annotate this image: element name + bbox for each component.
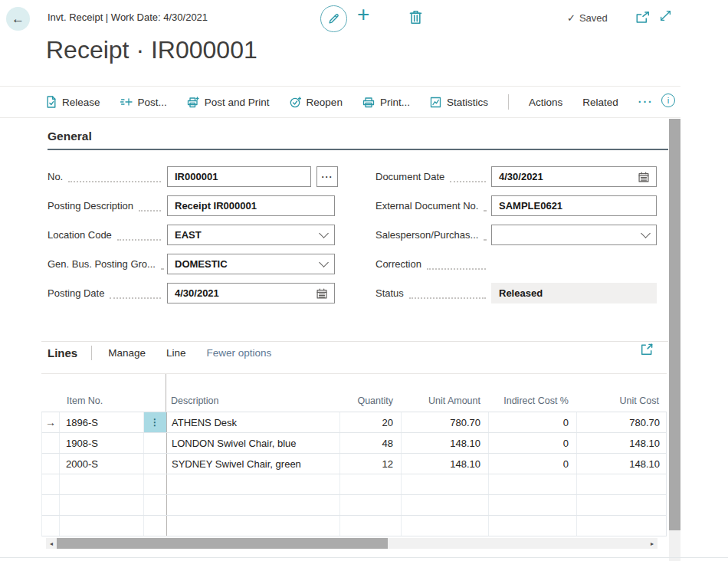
table-row-empty — [41, 474, 667, 495]
quantity-cell[interactable]: 12 — [340, 454, 402, 474]
item-no-cell[interactable] — [60, 495, 144, 515]
edit-button[interactable] — [320, 5, 347, 32]
scroll-left-arrow[interactable]: ◂ — [47, 538, 56, 549]
indirect-cost-cell[interactable]: 0 — [489, 454, 577, 474]
actions-menu[interactable]: Actions — [529, 97, 562, 108]
location-code-select[interactable]: EAST — [167, 225, 335, 245]
post-and-print-button[interactable]: Post and Print — [187, 97, 270, 108]
description-cell[interactable] — [167, 495, 340, 515]
quantity-cell[interactable] — [340, 495, 402, 515]
release-label: Release — [62, 97, 100, 108]
gen-bus-posting-group-select[interactable]: DOMESTIC — [167, 254, 335, 274]
row-menu-cell[interactable] — [144, 433, 167, 453]
manage-menu[interactable]: Manage — [108, 347, 146, 359]
delete-button[interactable] — [409, 10, 422, 27]
reopen-button[interactable]: Reopen — [290, 97, 343, 108]
item-no-cell[interactable] — [60, 474, 144, 494]
unit-cost-column-header[interactable]: Unit Cost — [576, 374, 667, 412]
description-cell[interactable]: LONDON Swivel Chair, blue — [167, 433, 340, 453]
more-options-button[interactable]: ··· — [638, 96, 654, 108]
unit-amount-cell[interactable]: 148.10 — [402, 454, 489, 474]
expand-page-button[interactable] — [659, 9, 672, 25]
scroll-right-arrow[interactable]: ▸ — [648, 538, 657, 549]
indirect-cost-cell[interactable] — [489, 495, 577, 515]
status-label: Status — [375, 283, 489, 303]
line-menu[interactable]: Line — [166, 347, 186, 359]
description-cell[interactable] — [167, 516, 340, 536]
open-in-new-window-button[interactable] — [636, 11, 650, 25]
row-menu-cell[interactable] — [144, 495, 167, 515]
unit-cost-cell[interactable] — [577, 495, 667, 515]
row-menu-button[interactable]: ⋮ — [144, 412, 167, 432]
back-button[interactable]: ← — [6, 7, 30, 31]
indirect-cost-cell[interactable]: 0 — [489, 412, 577, 432]
no-assist-edit-button[interactable]: ··· — [316, 166, 338, 187]
document-date-field[interactable]: 4/30/2021 — [491, 166, 657, 187]
unit-cost-cell[interactable] — [577, 516, 667, 536]
info-button[interactable]: i — [661, 94, 675, 107]
item-no-cell[interactable]: 1896-S — [60, 412, 144, 432]
item-no-cell[interactable]: 1908-S — [60, 433, 144, 453]
horizontal-scrollbar-thumb[interactable] — [57, 538, 388, 549]
info-icon: i — [667, 96, 669, 105]
row-indicator-cell — [42, 516, 60, 536]
dotted-leader — [161, 259, 164, 270]
indirect-cost-cell[interactable]: 0 — [489, 433, 577, 453]
dotted-leader — [427, 259, 486, 270]
unit-cost-cell[interactable]: 780.70 — [577, 412, 667, 432]
item-no-cell[interactable]: 2000-S — [60, 454, 144, 474]
external-document-no-field[interactable]: SAMPLE0621 — [491, 195, 657, 216]
unit-amount-cell[interactable] — [402, 495, 489, 515]
unit-cost-cell[interactable]: 148.10 — [577, 433, 667, 453]
posting-description-field[interactable]: Receipt IR000001 — [167, 195, 335, 216]
save-status-label: Saved — [579, 12, 608, 24]
description-cell[interactable]: ATHENS Desk — [167, 412, 340, 432]
horizontal-scrollbar[interactable]: ◂ ▸ — [46, 538, 657, 549]
quantity-cell[interactable]: 20 — [340, 412, 402, 432]
release-button[interactable]: Release — [46, 96, 100, 108]
quantity-column-header[interactable]: Quantity — [339, 374, 401, 412]
table-row: → 1896-S ⋮ ATHENS Desk 20 780.70 0 780.7… — [41, 412, 667, 433]
row-menu-cell[interactable] — [144, 516, 167, 536]
lines-header-divider — [91, 346, 92, 360]
unit-cost-cell[interactable]: 148.10 — [577, 454, 667, 474]
related-menu[interactable]: Related — [582, 97, 618, 108]
description-cell[interactable] — [167, 474, 340, 494]
print-button[interactable]: Print... — [362, 97, 410, 108]
unit-amount-cell[interactable]: 780.70 — [402, 412, 489, 432]
unit-amount-cell[interactable]: 148.10 — [402, 433, 489, 453]
row-menu-cell[interactable] — [144, 454, 167, 474]
unit-cost-cell[interactable] — [577, 474, 667, 494]
vertical-scrollbar-thumb[interactable] — [669, 119, 680, 530]
action-bar: Release Post... Post and Print Reopen — [0, 86, 680, 118]
row-menu-cell[interactable] — [144, 474, 167, 494]
description-cell[interactable]: SYDNEY Swivel Chair, green — [167, 454, 340, 474]
row-menu-column-header — [143, 374, 166, 412]
indirect-cost-cell[interactable] — [489, 474, 577, 494]
posting-date-field[interactable]: 4/30/2021 — [167, 283, 335, 303]
statistics-button[interactable]: Statistics — [430, 97, 488, 108]
salesperson-select[interactable] — [491, 225, 657, 245]
no-field[interactable]: IR000001 — [167, 166, 311, 187]
focus-mode-button[interactable] — [641, 343, 653, 358]
item-no-column-header[interactable]: Item No. — [59, 374, 143, 412]
quantity-cell[interactable]: 48 — [340, 433, 402, 453]
vertical-scrollbar[interactable] — [669, 119, 680, 561]
page-title: Receipt · IR000001 — [46, 36, 257, 64]
table-row-empty — [41, 495, 667, 516]
quantity-cell[interactable] — [340, 474, 402, 494]
new-document-button[interactable]: + — [357, 4, 369, 25]
fewer-options-button[interactable]: Fewer options — [207, 347, 272, 359]
row-indicator-cell — [42, 474, 60, 494]
unit-amount-cell[interactable] — [402, 474, 489, 494]
description-column-header[interactable]: Description — [166, 374, 339, 412]
unit-amount-column-header[interactable]: Unit Amount — [401, 374, 488, 412]
indirect-cost-column-header[interactable]: Indirect Cost % — [488, 374, 576, 412]
indirect-cost-cell[interactable] — [489, 516, 577, 536]
no-label: No. — [48, 166, 164, 187]
post-button[interactable]: Post... — [120, 97, 167, 108]
pencil-icon — [327, 12, 340, 25]
item-no-cell[interactable] — [60, 516, 144, 536]
unit-amount-cell[interactable] — [402, 516, 489, 536]
quantity-cell[interactable] — [340, 516, 402, 536]
